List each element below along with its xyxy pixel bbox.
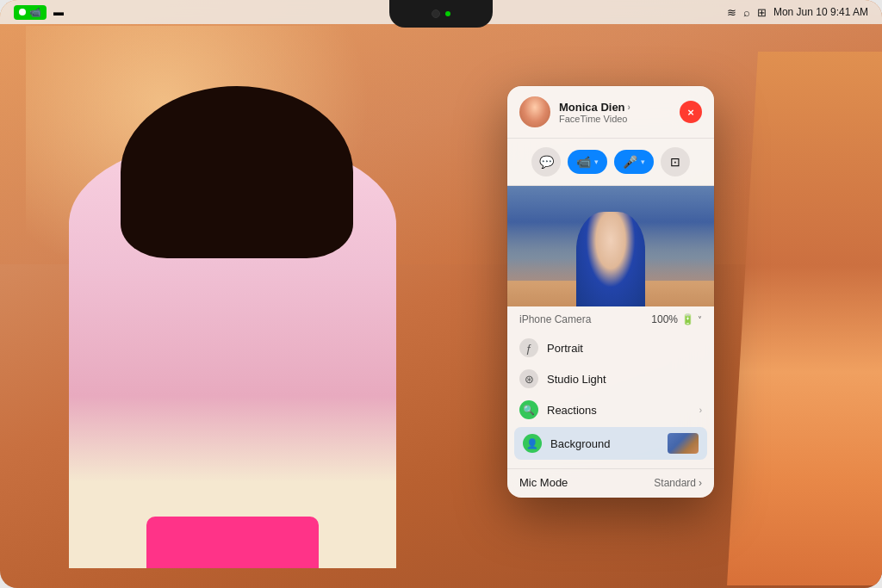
video-person (576, 212, 645, 306)
mic-icon: 🎤 (623, 155, 637, 169)
facetime-menu-indicator[interactable]: 📹 (14, 5, 47, 20)
search-icon[interactable]: ⌕ (743, 6, 750, 19)
mic-mode-chevron-icon: › (699, 477, 702, 489)
video-button[interactable]: 📹 ▾ (568, 150, 607, 174)
screen-container: 📹 ▬ ≋ ⌕ ⊞ Mon Jun 10 9:41 AM Monica Dien… (0, 0, 882, 588)
studio-light-icon: ⊛ (519, 369, 538, 388)
battery-percent: 100% (651, 313, 678, 325)
camera-battery: 100% 🔋 ˅ (651, 313, 702, 325)
mic-mode-label: Mic Mode (519, 476, 568, 489)
menu-date-time: Mon Jun 10 9:41 AM (773, 6, 868, 18)
message-button[interactable]: 💬 (531, 147, 561, 176)
message-icon: 💬 (539, 155, 554, 169)
avatar (519, 96, 550, 127)
menubar-left: 📹 ▬ (14, 5, 64, 20)
reactions-label: Reactions (547, 404, 691, 417)
panel-controls: 💬 📹 ▾ 🎤 ▾ ⊡ (507, 139, 714, 186)
background-icon: 👤 (523, 434, 542, 453)
video-icon: 📹 (576, 155, 591, 169)
share-screen-button[interactable]: ⊡ (661, 147, 690, 176)
close-button[interactable]: × (680, 101, 702, 123)
battery-icon: 🔋 (681, 313, 694, 325)
mic-button[interactable]: 🎤 ▾ (614, 150, 654, 174)
mic-mode-row[interactable]: Mic Mode Standard › (507, 468, 714, 498)
control-center-icon[interactable]: ⊞ (757, 6, 767, 19)
person-hair (121, 86, 353, 258)
reactions-icon: 🔍 (519, 400, 538, 419)
background-menu-item[interactable]: 👤 Background (514, 427, 707, 460)
portrait-icon: ƒ (519, 338, 538, 357)
contact-name-text: Monica Dien (559, 101, 625, 114)
background-label: Background (550, 437, 659, 450)
facetime-panel: Monica Dien › FaceTime Video × 💬 📹 ▾ 🎤 ▾ (507, 86, 714, 498)
studio-light-menu-item[interactable]: ⊛ Studio Light (507, 363, 714, 394)
person-shirt (146, 517, 319, 568)
contact-name-row: Monica Dien › (559, 101, 671, 114)
camera-notch (389, 0, 493, 28)
mic-mode-value: Standard › (654, 477, 702, 489)
camera-source-row: iPhone Camera 100% 🔋 ˅ (507, 306, 714, 329)
contact-name-chevron: › (628, 102, 630, 112)
camera-source-label: iPhone Camera (519, 313, 591, 325)
effects-menu: ƒ Portrait ⊛ Studio Light 🔍 Reactions › (507, 329, 714, 468)
facetime-dot (19, 9, 26, 15)
wifi-icon[interactable]: ≋ (727, 6, 736, 19)
reactions-chevron-icon: › (699, 405, 702, 415)
background-thumbnail (668, 433, 699, 454)
notch-camera (432, 9, 440, 18)
close-icon: × (687, 107, 694, 118)
studio-light-label: Studio Light (547, 373, 702, 386)
panel-header: Monica Dien › FaceTime Video × (507, 86, 714, 139)
mic-mode-current: Standard (654, 477, 696, 489)
share-screen-icon: ⊡ (670, 155, 680, 169)
person-main (17, 52, 482, 585)
contact-info: Monica Dien › FaceTime Video (559, 101, 671, 124)
contact-subtitle: FaceTime Video (559, 114, 671, 124)
mic-chevron-icon: ▾ (641, 158, 645, 166)
portrait-menu-item[interactable]: ƒ Portrait (507, 332, 714, 363)
facetime-menu-icon: 📹 (29, 7, 41, 18)
avatar-image (519, 96, 550, 127)
reactions-menu-item[interactable]: 🔍 Reactions › (507, 394, 714, 425)
portrait-label: Portrait (547, 342, 702, 355)
camera-chevron-icon: ˅ (698, 315, 702, 325)
camera-active-indicator (445, 11, 450, 16)
menubar-right: ≋ ⌕ ⊞ Mon Jun 10 9:41 AM (727, 6, 868, 19)
battery-bar-icon: ▬ (53, 6, 64, 18)
video-preview (507, 186, 714, 306)
video-chevron-icon: ▾ (594, 158, 599, 166)
